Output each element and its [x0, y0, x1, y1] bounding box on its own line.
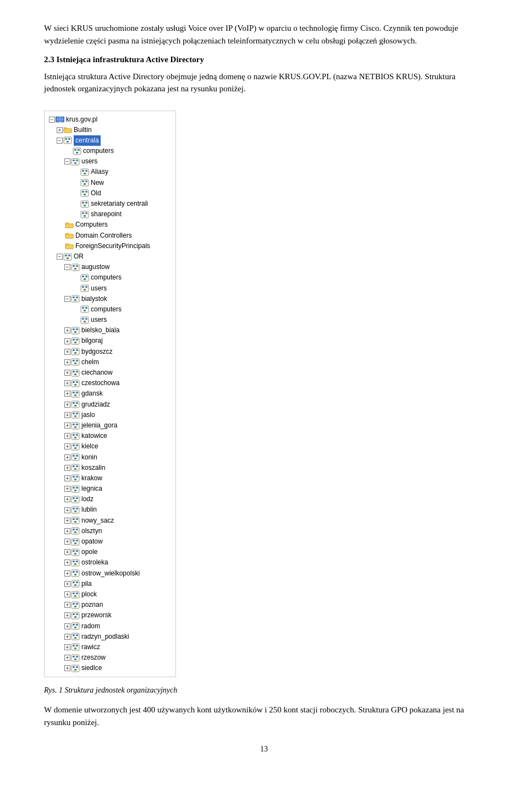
expand-icon[interactable]: +	[64, 581, 70, 587]
tree-node-ciechanow[interactable]: + ciechanow	[49, 367, 171, 378]
tree-node-new[interactable]: New	[49, 178, 171, 188]
tree-node-plock[interactable]: + plock	[49, 589, 171, 600]
expand-icon[interactable]: +	[64, 412, 70, 418]
expand-icon[interactable]: +	[64, 465, 70, 471]
tree-node-ostrow_wlkp[interactable]: + ostrow_wielkopolski	[49, 568, 171, 579]
tree-node-pila[interactable]: + pila	[49, 579, 171, 589]
collapse-icon[interactable]: −	[49, 117, 55, 123]
tree-node-aug_comp[interactable]: computers	[49, 272, 171, 283]
svg-rect-192	[72, 655, 79, 661]
tree-node-builtin[interactable]: + Builtin	[49, 125, 171, 135]
tree-node-bia_users[interactable]: users	[49, 315, 171, 325]
expand-icon[interactable]: +	[64, 665, 70, 671]
tree-node-przeworsk[interactable]: + przeworsk	[49, 610, 171, 621]
svg-rect-190	[76, 645, 78, 646]
tree-node-aug_users[interactable]: users	[49, 283, 171, 294]
tree-node-siedlce[interactable]: + siedlce	[49, 663, 171, 673]
expand-icon[interactable]: +	[64, 370, 70, 376]
expand-icon[interactable]: +	[64, 644, 70, 650]
expand-icon[interactable]: +	[64, 380, 70, 386]
tree-label: computers	[91, 272, 122, 283]
tree-node-sekretariaty[interactable]: sekretariaty centrali	[49, 199, 171, 209]
tree-node-koszalin[interactable]: + koszalin	[49, 463, 171, 473]
tree-node-sharepoint[interactable]: sharepoint	[49, 209, 171, 220]
collapse-icon[interactable]: −	[64, 158, 70, 164]
expand-icon[interactable]: +	[64, 528, 70, 534]
expand-icon[interactable]: +	[64, 433, 70, 439]
tree-node-lublin[interactable]: + lublin	[49, 504, 171, 515]
expand-icon[interactable]: +	[64, 507, 70, 513]
tree-node-czestochowa[interactable]: + czestochowa	[49, 378, 171, 388]
tree-node-legnica[interactable]: + legnica	[49, 484, 171, 494]
expand-icon[interactable]: +	[64, 338, 70, 344]
tree-node-olsztyn[interactable]: + olsztyn	[49, 526, 171, 536]
expand-icon[interactable]: +	[64, 591, 70, 597]
collapse-icon[interactable]: −	[57, 254, 63, 260]
tree-node-foreign_security[interactable]: ForeignSecurityPrincipals	[49, 241, 171, 251]
tree-node-gdansk[interactable]: + gdansk	[49, 388, 171, 399]
tree-node-bydgoszcz[interactable]: + bydgoszcz	[49, 347, 171, 357]
tree-node-old[interactable]: Old	[49, 188, 171, 199]
svg-rect-171	[74, 595, 76, 597]
expand-icon[interactable]: +	[64, 349, 70, 355]
expand-icon[interactable]: +	[64, 443, 70, 449]
tree-node-opatow[interactable]: + opatow	[49, 536, 171, 547]
expand-icon[interactable]: +	[64, 559, 70, 566]
expand-icon[interactable]: +	[64, 454, 70, 460]
tree-node-krakow[interactable]: + krakow	[49, 473, 171, 484]
tree-node-nowy_sacz[interactable]: + nowy_sacz	[49, 515, 171, 526]
tree-node-katowice[interactable]: + katowice	[49, 431, 171, 441]
expand-icon[interactable]: +	[64, 359, 70, 365]
ou-icon	[71, 622, 80, 630]
tree-node-augustow[interactable]: − augustow	[49, 262, 171, 272]
collapse-icon[interactable]: −	[57, 138, 63, 144]
tree-node-computers_root[interactable]: Computers	[49, 220, 171, 230]
svg-rect-37	[65, 224, 73, 228]
tree-node-rzeszow[interactable]: + rzeszow	[49, 652, 171, 663]
expand-icon[interactable]: +	[64, 612, 70, 618]
tree-node-users_c[interactable]: − users	[49, 156, 171, 167]
expand-icon[interactable]: +	[64, 634, 70, 640]
expand-icon[interactable]: +	[64, 539, 70, 545]
tree-node-computers_c[interactable]: computers	[49, 146, 171, 156]
tree-node-opole[interactable]: + opole	[49, 547, 171, 557]
tree-node-kruspol[interactable]: − krus.gov.pl	[49, 114, 171, 125]
tree-node-bielsko_biala[interactable]: + bielsko_biala	[49, 325, 171, 336]
tree-node-kielce[interactable]: + kielce	[49, 441, 171, 452]
tree-node-or[interactable]: − OR	[49, 251, 171, 262]
tree-node-chelm[interactable]: + chelm	[49, 357, 171, 367]
tree-node-konin[interactable]: + konin	[49, 452, 171, 463]
expand-icon[interactable]: +	[64, 391, 70, 397]
tree-node-ostroleka[interactable]: + ostroleka	[49, 557, 171, 568]
collapse-icon[interactable]: −	[64, 264, 70, 270]
tree-node-domain_controllers[interactable]: Domain Controllers	[49, 231, 171, 241]
expand-icon[interactable]: +	[64, 423, 70, 429]
expand-icon[interactable]: +	[64, 475, 70, 481]
tree-label: krus.gov.pl	[66, 114, 97, 125]
expand-icon[interactable]: +	[57, 127, 63, 133]
tree-node-grudziadz[interactable]: + grudziadz	[49, 399, 171, 410]
expand-icon[interactable]: +	[64, 496, 70, 502]
tree-node-rawicz[interactable]: + rawicz	[49, 642, 171, 652]
tree-node-poznan[interactable]: + poznan	[49, 600, 171, 610]
expand-icon[interactable]: +	[64, 655, 70, 661]
expand-icon[interactable]: +	[64, 518, 70, 524]
tree-node-centrala[interactable]: − centrala	[49, 135, 171, 146]
expand-icon[interactable]: +	[64, 570, 70, 577]
tree-node-bia_comp[interactable]: computers	[49, 304, 171, 315]
tree-node-lodz[interactable]: + lodz	[49, 494, 171, 504]
expand-icon[interactable]: +	[64, 623, 70, 629]
expand-icon[interactable]: +	[64, 549, 70, 555]
tree-node-jaslo[interactable]: + jaslo	[49, 410, 171, 420]
expand-icon[interactable]: +	[64, 602, 70, 608]
tree-node-bialystok[interactable]: − bialystok	[49, 294, 171, 304]
tree-node-aliasy[interactable]: Aliasy	[49, 167, 171, 177]
expand-icon[interactable]: +	[64, 402, 70, 408]
tree-node-jelenia_gora[interactable]: + jelenia_gora	[49, 420, 171, 431]
tree-node-bilgoraj[interactable]: + bilgoraj	[49, 336, 171, 346]
expand-icon[interactable]: +	[64, 327, 70, 333]
collapse-icon[interactable]: −	[64, 296, 70, 302]
expand-icon[interactable]: +	[64, 486, 70, 492]
tree-node-radom[interactable]: + radom	[49, 621, 171, 632]
tree-node-radzyn_podlaski[interactable]: + radzyn_podlaski	[49, 632, 171, 642]
